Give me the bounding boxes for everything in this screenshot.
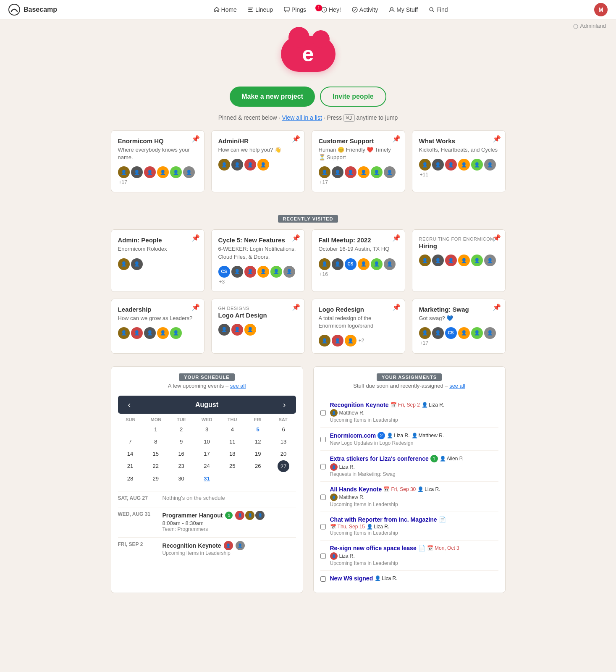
cal-day[interactable]: 25 bbox=[220, 460, 245, 472]
assign-item-2: Extra stickers for Liza's conference 1 👤… bbox=[320, 451, 498, 482]
pinned-section: 📌 Enormicom HQ Where everybody knows you… bbox=[102, 130, 514, 205]
pinned-card-1[interactable]: 📌 Admin/HR How can we help you? 👋 👤 👤 👤 … bbox=[211, 130, 305, 192]
recent-card-2[interactable]: 📌 Fall Meetup: 2022 October 16-19 Austin… bbox=[312, 229, 405, 291]
cal-day[interactable]: 9 bbox=[169, 436, 194, 447]
view-all-link[interactable]: View all in a list bbox=[282, 114, 322, 121]
assign-check-6[interactable] bbox=[320, 576, 326, 582]
cal-day-today[interactable]: 27 bbox=[271, 460, 296, 472]
make-project-button[interactable]: Make a new project bbox=[230, 87, 315, 107]
assign-title-2[interactable]: Extra stickers for Liza's conference bbox=[330, 455, 429, 462]
pinned-card-3[interactable]: 📌 What Works Kickoffs, Heartbeats, and C… bbox=[412, 130, 506, 192]
schedule-see-all[interactable]: see all bbox=[230, 383, 246, 389]
avatar: 👤 bbox=[144, 166, 156, 178]
cal-day[interactable]: 21 bbox=[118, 460, 143, 472]
assign-check-4[interactable] bbox=[320, 517, 326, 536]
recent-card-1[interactable]: 📌 Cycle 5: New Features 6-WEEKER: Login … bbox=[211, 229, 305, 291]
lineup-icon bbox=[248, 7, 254, 13]
avatar: 👤 bbox=[484, 255, 496, 266]
cal-day[interactable]: 29 bbox=[143, 473, 168, 484]
cal-days-header: SUN MON TUE WED THU FRI SAT bbox=[118, 417, 296, 422]
assign-item-5: Re-sign new office space lease 📄 📅 Mon, … bbox=[320, 541, 498, 571]
recent-card-5[interactable]: 📌 GH DESIGNS Logo Art Design 👤 👤 👤 bbox=[211, 299, 305, 354]
nav-lineup[interactable]: Lineup bbox=[243, 4, 278, 16]
svg-point-11 bbox=[574, 24, 578, 29]
avatar: 👤 bbox=[270, 266, 282, 278]
cal-day[interactable]: 31 bbox=[194, 473, 219, 484]
assignments-see-all[interactable]: see all bbox=[449, 383, 465, 389]
cal-day[interactable]: 19 bbox=[246, 448, 270, 459]
cal-day[interactable]: 28 bbox=[118, 473, 143, 484]
nav-find[interactable]: Find bbox=[424, 4, 453, 16]
pin-icon-3: 📌 bbox=[493, 135, 501, 143]
assign-title-6[interactable]: New W9 signed bbox=[330, 575, 373, 582]
cal-day[interactable]: 20 bbox=[271, 448, 296, 459]
nav-home[interactable]: Home bbox=[209, 4, 242, 16]
logo[interactable]: Basecamp bbox=[8, 4, 57, 16]
cal-day[interactable]: 23 bbox=[169, 460, 194, 472]
pin-gray-7: 📌 bbox=[493, 303, 501, 311]
cal-day[interactable]: 2 bbox=[169, 424, 194, 435]
pinned-card-0[interactable]: 📌 Enormicom HQ Where everybody knows you… bbox=[111, 130, 204, 192]
recent-card-4[interactable]: 📌 Leadership How can we grow as Leaders?… bbox=[111, 299, 204, 354]
avatar: 👤 bbox=[236, 541, 245, 550]
cal-day[interactable]: 5 bbox=[246, 424, 270, 435]
recent-card-3[interactable]: 📌 RECRUITING FOR ENORMICOM Hiring 👤 👤 👤 … bbox=[412, 229, 506, 291]
cal-next-button[interactable]: › bbox=[280, 400, 289, 410]
cal-day[interactable]: 7 bbox=[118, 436, 143, 447]
avatar: 👤 bbox=[118, 166, 130, 178]
assign-title-3[interactable]: All Hands Keynote bbox=[330, 486, 382, 493]
cal-day[interactable]: 13 bbox=[271, 436, 296, 447]
cal-day[interactable]: 3 bbox=[194, 424, 219, 435]
assign-title-0[interactable]: Recognition Keynote bbox=[330, 402, 389, 408]
nav-pings[interactable]: Pings bbox=[279, 4, 311, 16]
recent-avatars-7: 👤 👤 CS 👤 👤 👤 +17 bbox=[419, 327, 498, 346]
cal-day[interactable]: 22 bbox=[143, 460, 168, 472]
schedule-sub: A few upcoming events – see all bbox=[118, 383, 296, 389]
assign-location-4: Upcoming Items in Leadership bbox=[330, 530, 498, 536]
cal-day[interactable]: 17 bbox=[194, 448, 219, 459]
assign-check-5[interactable] bbox=[320, 546, 326, 566]
cal-prev-button[interactable]: ‹ bbox=[125, 400, 134, 410]
cal-day[interactable]: 6 bbox=[271, 424, 296, 435]
invite-people-button[interactable]: Invite people bbox=[320, 87, 386, 107]
cal-day[interactable]: 16 bbox=[169, 448, 194, 459]
cal-day[interactable]: 30 bbox=[169, 473, 194, 484]
nav-activity[interactable]: Activity bbox=[347, 4, 383, 16]
cal-day[interactable]: 1 bbox=[143, 424, 168, 435]
cal-day[interactable]: 24 bbox=[194, 460, 219, 472]
cal-day[interactable]: 12 bbox=[246, 436, 270, 447]
user-avatar[interactable]: M bbox=[594, 3, 608, 16]
assign-title-5[interactable]: Re-sign new office space lease bbox=[330, 545, 417, 551]
cal-day[interactable]: 26 bbox=[246, 460, 270, 472]
nav-mystuff[interactable]: My Stuff bbox=[384, 4, 423, 16]
pin-gray-5: 📌 bbox=[292, 303, 300, 311]
cal-day[interactable]: 14 bbox=[118, 448, 143, 459]
recently-visited-tag: RECENTLY VISITED bbox=[278, 215, 338, 223]
assign-check-3[interactable] bbox=[320, 487, 326, 507]
assign-check-2[interactable] bbox=[320, 456, 326, 477]
pings-icon bbox=[284, 7, 290, 13]
pinned-card-2[interactable]: 📌 Customer Support Human 😊 Friendly ❤️ T… bbox=[312, 130, 405, 192]
cal-day[interactable]: 15 bbox=[143, 448, 168, 459]
cal-day[interactable]: 4 bbox=[220, 424, 245, 435]
cal-day[interactable]: 18 bbox=[220, 448, 245, 459]
card-title-3: What Works bbox=[419, 137, 498, 144]
avatar: 👤 bbox=[183, 166, 195, 178]
cal-day[interactable]: 11 bbox=[220, 436, 245, 447]
recent-card-6[interactable]: 📌 Logo Redesign A total redesign of the … bbox=[312, 299, 405, 354]
adminland-link[interactable]: Adminland bbox=[573, 23, 606, 29]
assign-check-1[interactable] bbox=[320, 433, 326, 446]
calendar: ‹ August › SUN MON TUE WED THU FRI SAT 1… bbox=[111, 396, 303, 488]
cal-day[interactable]: 10 bbox=[194, 436, 219, 447]
avatar: 👤 bbox=[131, 166, 143, 178]
assign-check-0[interactable] bbox=[320, 403, 326, 423]
assign-title-1[interactable]: Enormicom.com bbox=[330, 432, 376, 439]
cal-day[interactable]: 8 bbox=[143, 436, 168, 447]
recent-card-0[interactable]: 📌 Admin: People Enormicom Rolodex 👤 👤 bbox=[111, 229, 204, 291]
recent-desc-6: A total redesign of the Enormicom logo/b… bbox=[319, 315, 398, 330]
recent-card-7[interactable]: 📌 Marketing: Swag Got swag? 💙 👤 👤 CS 👤 👤… bbox=[412, 299, 506, 354]
avatar: 👤 bbox=[244, 159, 256, 171]
recently-visited-header: RECENTLY VISITED bbox=[111, 215, 506, 223]
assign-title-4[interactable]: Chat with Reporter from Inc. Magazine bbox=[330, 516, 437, 523]
nav-hey[interactable]: 1 ! Hey! bbox=[312, 4, 346, 16]
